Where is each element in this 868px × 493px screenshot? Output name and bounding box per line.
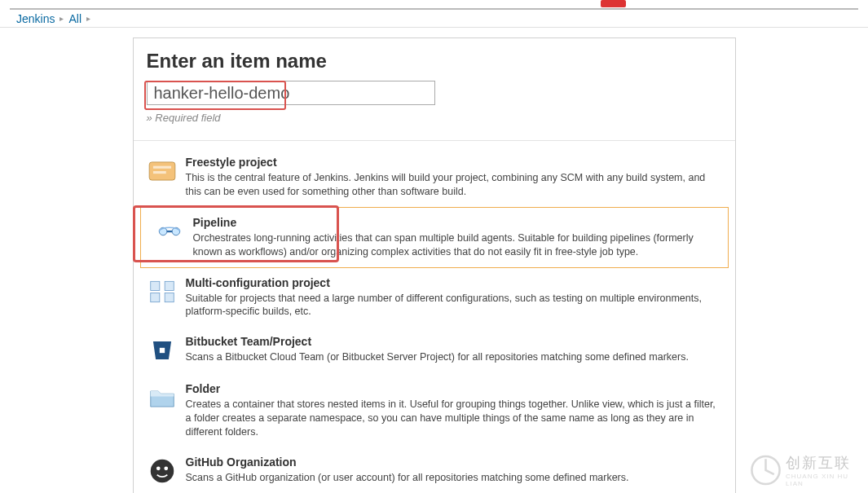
svg-rect-9 <box>159 348 164 353</box>
item-title: GitHub Organization <box>186 456 722 469</box>
svg-rect-6 <box>165 281 174 290</box>
svg-rect-2 <box>152 171 165 174</box>
item-type-folder[interactable]: Folder Creates a container that stores n… <box>134 374 735 447</box>
new-item-panel: Enter an item name » Required field Free… <box>133 37 736 493</box>
item-type-github-org[interactable]: GitHub Organization Scans a GitHub organ… <box>134 447 735 493</box>
item-desc: Suitable for projects that need a large … <box>186 292 722 319</box>
pipeline-icon <box>154 216 185 247</box>
item-title: Bitbucket Team/Project <box>186 335 722 348</box>
svg-point-11 <box>156 466 160 470</box>
breadcrumb: Jenkins ▸ All ▸ <box>0 10 868 28</box>
svg-point-10 <box>150 460 174 483</box>
svg-point-12 <box>164 466 168 470</box>
bitbucket-icon <box>147 335 178 366</box>
item-desc: Creates a container that stores nested i… <box>186 398 722 439</box>
chevron-right-icon: ▸ <box>59 14 64 23</box>
item-title: Folder <box>186 382 722 395</box>
svg-rect-8 <box>165 293 174 302</box>
breadcrumb-all[interactable]: All <box>68 12 82 25</box>
svg-rect-1 <box>152 166 170 169</box>
item-type-list: Freestyle project This is the central fe… <box>134 141 735 493</box>
breadcrumb-jenkins[interactable]: Jenkins <box>16 12 55 25</box>
item-type-multiconfig[interactable]: Multi-configuration project Suitable for… <box>134 268 735 328</box>
svg-rect-7 <box>150 293 159 302</box>
top-red-bar <box>0 0 868 8</box>
required-field-note: » Required field <box>147 112 722 124</box>
item-desc: This is the central feature of Jenkins. … <box>186 171 722 199</box>
item-type-freestyle[interactable]: Freestyle project This is the central fe… <box>134 147 735 207</box>
item-desc: Orchestrates long-running activities tha… <box>193 231 715 259</box>
item-name-input[interactable] <box>147 81 435 105</box>
item-type-pipeline[interactable]: Pipeline Orchestrates long-running activ… <box>140 207 729 268</box>
item-desc: Scans a GitHub organization (or user acc… <box>186 471 722 485</box>
freestyle-icon <box>147 156 178 187</box>
svg-rect-5 <box>150 281 159 290</box>
item-type-bitbucket[interactable]: Bitbucket Team/Project Scans a Bitbucket… <box>134 327 735 374</box>
github-icon <box>147 456 178 486</box>
item-title: Pipeline <box>193 216 715 229</box>
item-desc: Scans a Bitbucket Cloud Team (or Bitbuck… <box>186 350 722 364</box>
page-title: Enter an item name <box>147 50 722 73</box>
multiconfig-icon <box>147 276 178 307</box>
item-title: Freestyle project <box>186 156 722 169</box>
item-title: Multi-configuration project <box>186 276 722 289</box>
chevron-right-icon: ▸ <box>86 14 90 23</box>
folder-icon <box>147 382 178 413</box>
